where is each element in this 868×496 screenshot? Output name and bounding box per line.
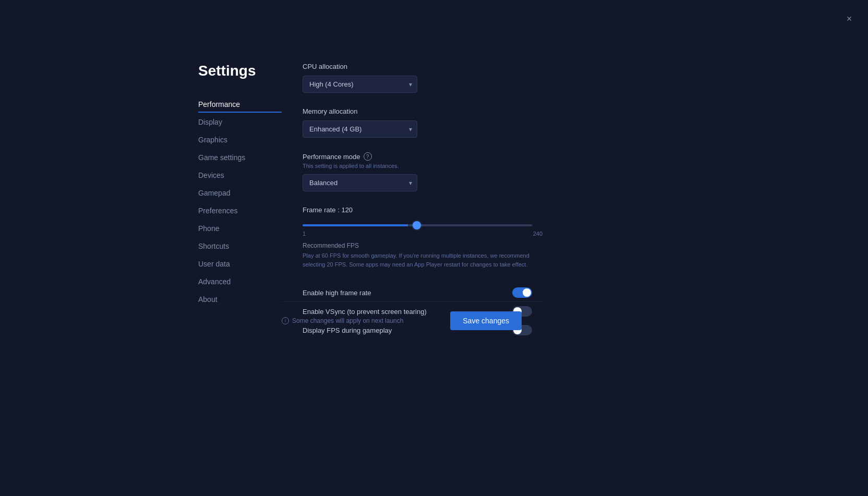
sidebar-item-graphics[interactable]: Graphics (198, 131, 282, 148)
save-changes-button[interactable]: Save changes (450, 311, 522, 330)
memory-label: Memory allocation (303, 107, 542, 115)
close-button[interactable]: × (841, 10, 858, 27)
footer: i Some changes will apply on next launch… (282, 301, 542, 340)
frame-rate-label: Frame rate : 120 (303, 206, 542, 214)
sidebar-item-preferences[interactable]: Preferences (198, 202, 282, 219)
page-title: Settings (198, 63, 282, 79)
cpu-select-wrapper: Low (2 Cores) High (4 Cores) Ultra (8 Co… (303, 76, 417, 93)
sidebar: Performance Display Graphics Game settin… (198, 96, 282, 308)
sidebar-item-about[interactable]: About (198, 291, 282, 308)
toggle-row-high-frame-rate: Enable high frame rate (303, 283, 532, 302)
sidebar-item-user-data[interactable]: User data (198, 256, 282, 272)
slider-min-label: 1 (303, 231, 306, 237)
sidebar-item-game-settings[interactable]: Game settings (198, 149, 282, 166)
performance-mode-label-text: Performance mode (303, 153, 360, 161)
footer-hint-text: Some changes will apply on next launch (292, 317, 403, 324)
frame-rate-section: Frame rate : 120 1 240 Recommended FPS P… (303, 206, 542, 269)
performance-mode-select[interactable]: Balanced High Performance Power Saving (303, 174, 417, 191)
sidebar-item-advanced[interactable]: Advanced (198, 273, 282, 290)
info-icon: i (282, 317, 289, 324)
sidebar-item-performance[interactable]: Performance (198, 96, 282, 113)
footer-hint: i Some changes will apply on next launch (282, 317, 403, 324)
cpu-select[interactable]: Low (2 Cores) High (4 Cores) Ultra (8 Co… (303, 76, 417, 93)
performance-mode-hint: This setting is applied to all instances… (303, 163, 542, 169)
fps-recommended-title: Recommended FPS (303, 242, 542, 249)
sidebar-item-display[interactable]: Display (198, 114, 282, 130)
memory-select[interactable]: Standard (2 GB) Enhanced (4 GB) Maximum … (303, 120, 417, 138)
close-icon: × (847, 14, 852, 25)
performance-mode-section: Performance mode ? This setting is appli… (303, 152, 542, 191)
sidebar-item-gamepad[interactable]: Gamepad (198, 185, 282, 201)
sidebar-item-shortcuts[interactable]: Shortcuts (198, 238, 282, 255)
toggle-high-frame-rate[interactable] (512, 287, 532, 298)
memory-select-wrapper: Standard (2 GB) Enhanced (4 GB) Maximum … (303, 120, 417, 138)
performance-mode-select-wrapper: Balanced High Performance Power Saving ▾ (303, 174, 417, 191)
frame-rate-slider-wrapper (303, 219, 532, 228)
memory-section: Memory allocation Standard (2 GB) Enhanc… (303, 107, 542, 138)
toggle-label-high-frame-rate: Enable high frame rate (303, 289, 371, 297)
sidebar-item-devices[interactable]: Devices (198, 167, 282, 184)
cpu-section: CPU allocation Low (2 Cores) High (4 Cor… (303, 63, 542, 93)
slider-max-label: 240 (533, 231, 542, 237)
fps-recommended-text: Play at 60 FPS for smooth gameplay. If y… (303, 251, 532, 269)
sidebar-item-phone[interactable]: Phone (198, 220, 282, 237)
cpu-label: CPU allocation (303, 63, 542, 70)
performance-mode-help-icon[interactable]: ? (364, 152, 372, 161)
frame-rate-slider[interactable] (303, 224, 532, 226)
